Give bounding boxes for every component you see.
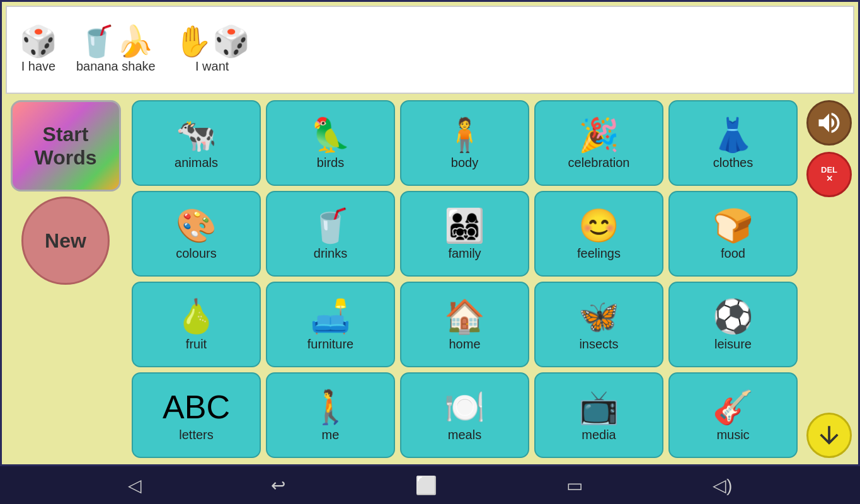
category-tile-letters[interactable]: ABCletters	[132, 372, 261, 458]
category-tile-music[interactable]: 🎸music	[668, 372, 798, 458]
start-words-label: Start Words	[35, 123, 97, 169]
sentence-word-icon: 🥤🍌	[78, 26, 154, 57]
tile-label-clothes: clothes	[713, 156, 753, 170]
main-area: 🎲I have🥤🍌banana shake✋🎲I want Start Word…	[0, 0, 860, 466]
tile-icon-celebration: 🎉	[578, 117, 619, 153]
tile-label-celebration: celebration	[568, 156, 630, 170]
tile-label-food: food	[721, 246, 745, 261]
new-button[interactable]: New	[21, 197, 110, 285]
category-tile-insects[interactable]: 🦋insects	[534, 282, 663, 367]
right-panel: DEL ✕	[804, 98, 854, 461]
tile-label-birds: birds	[317, 156, 344, 170]
category-tile-animals[interactable]: 🐄animals	[132, 100, 261, 186]
taskbar-icon[interactable]: ↩	[271, 475, 285, 496]
del-label: DEL	[821, 166, 837, 175]
tile-icon-fruit: 🍐	[176, 299, 217, 335]
tile-label-music: music	[716, 428, 749, 442]
left-panel: Start Words New	[6, 98, 125, 461]
tile-icon-music: 🎸	[713, 389, 754, 425]
taskbar-icon[interactable]: ◁)	[713, 475, 732, 496]
scroll-down-button[interactable]	[806, 413, 852, 458]
tile-icon-furniture: 🛋️	[310, 299, 351, 335]
taskbar-icon[interactable]: ⬜	[415, 475, 437, 496]
tile-label-meals: meals	[448, 428, 481, 442]
tile-label-drinks: drinks	[314, 246, 347, 261]
tile-label-colours: colours	[176, 246, 216, 261]
delete-button[interactable]: DEL ✕	[806, 152, 852, 197]
speaker-icon	[815, 109, 843, 137]
category-tile-home[interactable]: 🏠home	[400, 282, 529, 367]
sentence-word: ✋🎲I want	[175, 26, 250, 74]
tile-icon-animals: 🐄	[176, 117, 217, 153]
tile-icon-media: 📺	[578, 389, 619, 425]
tile-label-me: me	[322, 428, 340, 442]
del-x-icon: ✕	[826, 175, 833, 183]
tile-icon-drinks: 🥤	[310, 208, 351, 244]
down-arrow-icon	[815, 421, 843, 449]
sentence-word-label: banana shake	[76, 59, 156, 74]
category-tile-me[interactable]: 🚶me	[266, 372, 395, 458]
sentence-word-icon: ✋🎲	[175, 26, 250, 57]
category-tile-colours[interactable]: 🎨colours	[132, 191, 261, 277]
tile-icon-body: 🧍	[444, 117, 485, 153]
category-tile-birds[interactable]: 🦜birds	[266, 100, 395, 186]
category-tile-clothes[interactable]: 👗clothes	[668, 100, 798, 186]
tile-icon-family: 👨‍👩‍👧‍👦	[444, 208, 485, 244]
sentence-word: 🥤🍌banana shake	[76, 26, 156, 74]
category-tile-media[interactable]: 📺media	[534, 372, 663, 458]
tile-label-family: family	[448, 246, 481, 261]
taskbar-icon[interactable]: ▭	[566, 475, 583, 496]
category-tile-feelings[interactable]: 😊feelings	[534, 191, 663, 277]
tile-label-leisure: leisure	[714, 337, 752, 352]
tile-label-letters: letters	[179, 428, 213, 442]
tile-icon-me: 🚶	[310, 389, 351, 425]
sound-button[interactable]	[806, 100, 852, 146]
category-tile-drinks[interactable]: 🥤drinks	[266, 191, 395, 277]
tile-icon-meals: 🍽️	[444, 389, 485, 425]
tile-label-home: home	[449, 337, 480, 352]
category-tile-furniture[interactable]: 🛋️furniture	[266, 282, 395, 367]
tile-icon-home: 🏠	[444, 299, 485, 335]
tile-label-insects: insects	[579, 337, 618, 352]
tile-icon-clothes: 👗	[713, 117, 754, 153]
sentence-word-label: I have	[21, 59, 55, 74]
tile-icon-letters: ABC	[163, 389, 230, 425]
category-tile-meals[interactable]: 🍽️meals	[400, 372, 529, 458]
tile-label-fruit: fruit	[186, 337, 207, 352]
tile-icon-insects: 🦋	[578, 299, 619, 335]
category-tile-leisure[interactable]: ⚽leisure	[668, 282, 798, 367]
tile-icon-birds: 🦜	[310, 117, 351, 153]
sentence-word-label: I want	[195, 59, 229, 74]
tile-label-furniture: furniture	[307, 337, 353, 352]
sentence-word: 🎲I have	[20, 26, 57, 74]
tile-icon-colours: 🎨	[176, 208, 217, 244]
sentence-word-icon: 🎲	[20, 26, 57, 57]
tile-icon-feelings: 😊	[578, 208, 619, 244]
tile-label-media: media	[582, 428, 616, 442]
category-tile-celebration[interactable]: 🎉celebration	[534, 100, 663, 186]
category-tile-body[interactable]: 🧍body	[400, 100, 529, 186]
tile-label-feelings: feelings	[577, 246, 621, 261]
content-area: Start Words New 🐄animals🦜birds🧍body🎉cele…	[6, 98, 854, 461]
taskbar-icon[interactable]: ◁	[128, 475, 142, 496]
tile-icon-food: 🍞	[713, 208, 754, 244]
sentence-bar: 🎲I have🥤🍌banana shake✋🎲I want	[6, 6, 854, 94]
category-tile-fruit[interactable]: 🍐fruit	[132, 282, 261, 367]
tile-label-body: body	[451, 156, 478, 170]
taskbar: ◁↩⬜▭◁)	[0, 466, 860, 504]
category-grid: 🐄animals🦜birds🧍body🎉celebration👗clothes🎨…	[129, 98, 800, 461]
app: 🎲I have🥤🍌banana shake✋🎲I want Start Word…	[0, 0, 860, 504]
category-tile-food[interactable]: 🍞food	[668, 191, 798, 277]
new-label: New	[45, 229, 86, 253]
start-words-button[interactable]: Start Words	[11, 100, 121, 192]
category-tile-family[interactable]: 👨‍👩‍👧‍👦family	[400, 191, 529, 277]
tile-icon-leisure: ⚽	[713, 299, 754, 335]
tile-label-animals: animals	[175, 156, 218, 170]
